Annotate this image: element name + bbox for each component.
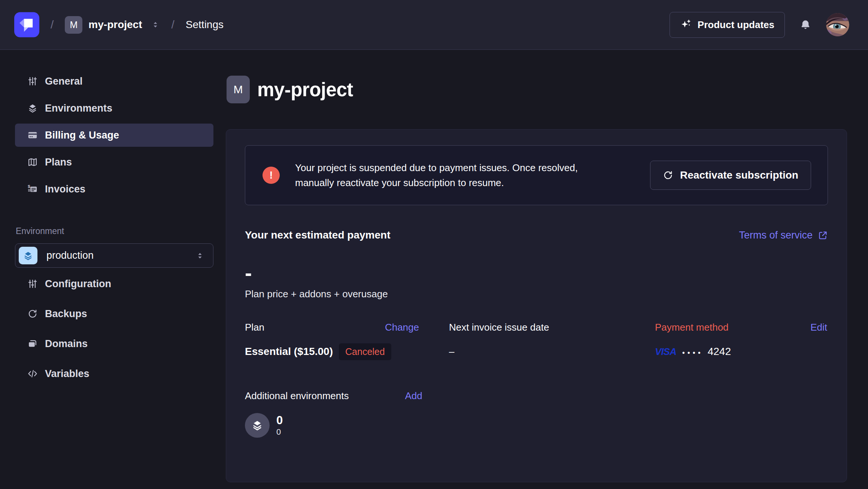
sidebar-item-label: General — [45, 76, 83, 87]
main-content: M my-project ! Your project is suspended… — [223, 50, 868, 489]
map-icon — [27, 157, 38, 167]
alert-message: Your project is suspended due to payment… — [295, 160, 578, 190]
reactivate-subscription-button[interactable]: Reactivate subscription — [650, 161, 811, 190]
terms-of-service-link[interactable]: Terms of service — [739, 230, 828, 241]
reactivate-subscription-label: Reactivate subscription — [680, 169, 798, 181]
credit-card-icon — [27, 130, 38, 140]
project-settings-nav: General Environments — [15, 70, 213, 201]
top-navbar: / M my-project / Settings — [0, 0, 868, 50]
sidebar-item-variables[interactable]: Variables — [15, 362, 213, 385]
billing-details-grid: Plan Change Essential ($15.00) Canceled … — [245, 322, 828, 361]
invoice-column: Next invoice issue date – — [449, 322, 655, 361]
chevron-up-down-icon — [151, 20, 160, 30]
sliders-icon — [27, 76, 38, 86]
sidebar-item-domains[interactable]: Domains — [15, 332, 213, 355]
additional-environments-label: Additional environments — [245, 390, 349, 402]
code-icon — [27, 368, 38, 379]
project-header: M my-project — [227, 76, 868, 103]
notifications-bell-icon[interactable] — [800, 19, 811, 30]
card-last4: 4242 — [708, 346, 731, 358]
alert-message-line1: Your project is suspended due to payment… — [295, 160, 578, 175]
sidebar-item-label: Configuration — [45, 278, 111, 290]
visa-logo: VISA — [655, 346, 676, 358]
payment-method-label: Payment method — [655, 322, 729, 333]
sidebar-item-invoices[interactable]: $ Invoices — [15, 177, 213, 201]
page-title: my-project — [257, 79, 353, 101]
chevron-up-down-icon — [195, 251, 205, 261]
environments-subcount-value: 0 — [276, 427, 283, 437]
breadcrumb-separator: / — [172, 18, 174, 31]
svg-text:$: $ — [28, 184, 30, 189]
product-updates-button[interactable]: Product updates — [670, 12, 785, 38]
layers-icon — [245, 413, 270, 438]
external-link-icon — [818, 230, 828, 240]
sidebar-item-environments[interactable]: Environments — [15, 97, 213, 120]
sidebar-item-label: Invoices — [45, 183, 85, 195]
sidebar-item-billing-usage[interactable]: Billing & Usage — [15, 124, 213, 147]
navbar-actions: Product updates — [670, 12, 849, 38]
product-updates-label: Product updates — [698, 19, 774, 31]
rotate-icon — [27, 309, 38, 319]
sidebar-item-label: Environments — [45, 103, 112, 114]
environments-count-row: 0 0 — [245, 413, 828, 438]
estimate-formula: Plan price + addons + overusage — [245, 288, 828, 300]
environments-count-value: 0 — [276, 414, 283, 427]
sidebar-item-label: Domains — [45, 338, 88, 350]
invoice-icon: $ — [27, 184, 38, 194]
additional-environments-header: Additional environments Add — [245, 390, 828, 402]
layers-icon — [27, 103, 38, 113]
section-title: Your next estimated payment — [245, 229, 390, 241]
change-plan-link[interactable]: Change — [385, 322, 419, 333]
estimated-amount: - — [245, 268, 828, 278]
project-initial-badge: M — [65, 16, 82, 34]
sidebar-item-general[interactable]: General — [15, 70, 213, 93]
breadcrumb: / M my-project / Settings — [14, 12, 224, 38]
sidebar-item-label: Billing & Usage — [45, 130, 119, 141]
environment-section-label: Environment — [15, 226, 213, 236]
sparkles-icon — [680, 19, 692, 31]
folders-icon — [27, 338, 38, 349]
breadcrumb-separator: / — [51, 18, 54, 31]
card-number-dots: •••• — [682, 349, 703, 357]
breadcrumb-project-name: my-project — [88, 19, 142, 31]
rotate-icon — [663, 170, 673, 180]
terms-of-service-label: Terms of service — [739, 230, 813, 241]
suspension-alert: ! Your project is suspended due to payme… — [245, 145, 828, 205]
plan-label: Plan — [245, 322, 264, 333]
payment-section-header: Your next estimated payment Terms of ser… — [245, 229, 828, 241]
sidebar-item-configuration[interactable]: Configuration — [15, 272, 213, 295]
plan-value: Essential ($15.00) — [245, 346, 333, 358]
sidebar-item-backups[interactable]: Backups — [15, 302, 213, 325]
plan-status-badge: Canceled — [339, 343, 391, 360]
user-avatar[interactable] — [826, 13, 849, 36]
project-initial-badge: M — [227, 76, 250, 103]
payment-method-column: Payment method Edit VISA •••• 4242 — [655, 322, 828, 361]
edit-payment-link[interactable]: Edit — [810, 322, 827, 333]
app-root: / M my-project / Settings — [0, 0, 868, 489]
strapi-logo-icon[interactable] — [14, 12, 39, 38]
breadcrumb-project-switcher[interactable]: M my-project — [65, 16, 160, 34]
next-invoice-label: Next invoice issue date — [449, 322, 549, 333]
environment-settings-nav: Configuration Backups Domains — [15, 272, 213, 385]
environment-select-value: production — [46, 250, 94, 261]
breadcrumb-page[interactable]: Settings — [186, 19, 224, 31]
alert-exclamation-icon: ! — [262, 167, 280, 184]
sidebar-item-label: Variables — [45, 368, 89, 380]
sliders-icon — [27, 279, 38, 289]
sidebar-item-label: Backups — [45, 308, 87, 320]
plan-column: Plan Change Essential ($15.00) Canceled — [245, 322, 449, 361]
next-invoice-value: – — [449, 346, 454, 358]
alert-message-line2: manually reactivate your subscription to… — [295, 175, 578, 190]
add-environment-link[interactable]: Add — [405, 390, 422, 402]
sidebar-item-plans[interactable]: Plans — [15, 151, 213, 174]
settings-sidebar: General Environments — [0, 50, 223, 489]
sidebar-item-label: Plans — [45, 157, 72, 168]
billing-card: ! Your project is suspended due to payme… — [226, 129, 847, 482]
environments-count: 0 0 — [276, 413, 283, 438]
environment-select[interactable]: production — [15, 243, 213, 268]
environment-layers-icon — [19, 247, 37, 264]
